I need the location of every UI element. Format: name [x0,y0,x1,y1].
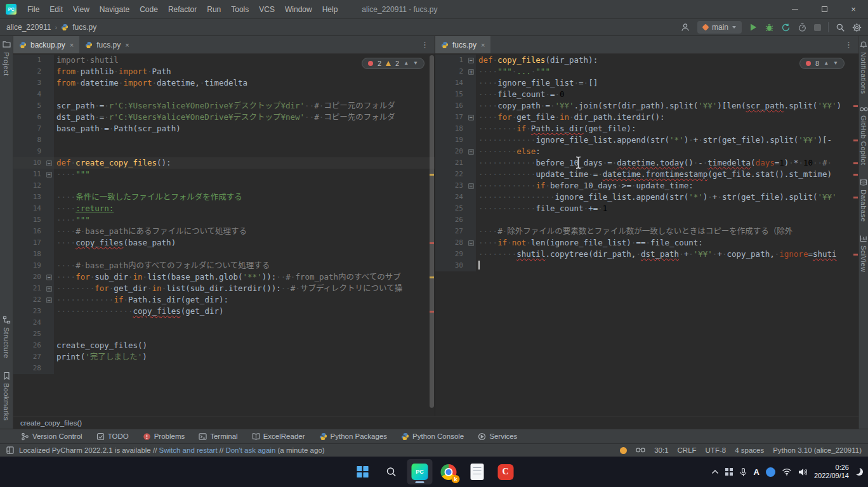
code-line[interactable]: 1−def·copy_files(dir_path): [435,55,858,66]
tool-window-terminal[interactable]: Terminal [192,429,244,443]
code-line[interactable]: 2+····"""·...·""" [435,66,858,77]
gutter[interactable]: 22− [13,294,54,306]
gutter[interactable]: 30 [435,260,476,271]
fold-toggle[interactable]: − [46,160,52,166]
code-line[interactable]: 21············before_10_days·=·datetime.… [435,157,858,169]
settings-button[interactable] [852,23,862,32]
code-line[interactable]: 21−········for·get_dir·in·list(sub_dir.i… [13,283,435,294]
indent-widget[interactable]: 4 spaces [735,446,764,454]
error-stripe-mark[interactable] [853,254,858,256]
update-notification-icon[interactable] [620,447,627,454]
close-button[interactable]: × [839,0,868,18]
menu-code[interactable]: Code [135,0,163,18]
error-stripe-mark[interactable] [853,174,858,176]
code-line[interactable]: 10−def·create_copy_files(): [13,157,435,169]
menu-file[interactable]: File [22,0,44,18]
error-stripe-mark[interactable] [430,311,434,313]
tool-window-python-packages[interactable]: Python Packages [312,429,395,443]
code-line[interactable]: 17····copy_files(base_path) [13,237,435,249]
tray-mic-icon[interactable] [739,467,747,477]
tool-button-database[interactable]: Database [860,190,867,222]
coverage-button[interactable] [781,23,791,32]
gutter[interactable]: 4 [13,89,54,100]
gutter[interactable]: 17 [13,237,54,249]
minimize-button[interactable] [780,0,810,18]
tool-window-switcher-icon[interactable] [6,446,14,454]
error-stripe-mark[interactable] [853,105,858,107]
tool-button-notifications[interactable]: Notifications [860,52,867,94]
volume-icon[interactable] [798,468,808,476]
tab-backup-py[interactable]: backup.py × [13,36,79,53]
code-line[interactable]: 14····:return: [13,203,435,214]
code-line[interactable]: 20−········else: [435,146,858,157]
structure-icon[interactable] [3,316,11,324]
code-line[interactable]: 22−············if·Path.is_dir(get_dir): [13,294,435,306]
tool-window-services[interactable]: Services [471,429,524,443]
debug-button[interactable] [765,23,774,32]
gutter[interactable]: 8 [13,134,54,146]
error-stripe-mark[interactable] [430,242,434,244]
gutter[interactable]: 23 [13,306,54,317]
gutter[interactable]: 18 [13,249,54,260]
fold-toggle[interactable]: + [468,69,474,75]
code-line[interactable]: 3from·datetime·import·datetime,·timedelt… [13,77,435,89]
user-button[interactable] [680,22,690,32]
tray-grid-icon[interactable] [725,468,728,471]
breadcrumb-function[interactable]: create_copy_files() [20,419,82,427]
gutter[interactable]: 15 [13,214,54,226]
code-line[interactable]: 22············update_time·=·datetime.fro… [435,169,858,180]
taskbar-app-c-button[interactable]: C [493,459,518,484]
start-button[interactable] [350,459,376,484]
code-line[interactable]: 15····""" [13,214,435,226]
menu-edit[interactable]: Edit [44,0,68,18]
code-line[interactable]: 29········shutil.copytree(dir_path,·dst_… [435,249,858,260]
code-line[interactable]: 19····#·base_path内のすべてのフォルダについて処理する [13,260,435,271]
code-line[interactable]: 6dst_path·=·r'C:¥Users¥alice¥OneDrive¥デス… [13,112,435,123]
tool-window-todo[interactable]: TODO [89,429,136,443]
copilot-status-icon[interactable] [636,447,645,453]
tab-options-icon[interactable]: ⋮ [839,36,858,53]
fold-toggle[interactable]: − [46,297,52,303]
gutter[interactable]: 19 [13,260,54,271]
gutter[interactable]: 5 [13,100,54,112]
caret-position-widget[interactable]: 30:1 [654,446,668,454]
code-line[interactable]: 26 [435,214,858,226]
menu-run[interactable]: Run [202,0,226,18]
switch-and-restart-link[interactable]: Switch and restart [159,446,218,454]
sciview-icon[interactable] [860,235,867,242]
fold-toggle[interactable]: − [46,286,52,292]
menu-window[interactable]: Window [280,0,317,18]
gutter[interactable]: 25 [435,203,476,214]
gutter[interactable]: 22 [435,169,476,180]
menu-vcs[interactable]: VCS [254,0,280,18]
tool-button-project[interactable]: Project [3,52,10,76]
editor-left[interactable]: 1import·shutil2from·pathlib·import·Path3… [13,54,435,416]
taskbar-chrome-button[interactable]: k [436,459,461,484]
gutter[interactable]: 24 [13,317,54,328]
tab-close-icon[interactable]: × [70,41,74,49]
tray-app-icon[interactable] [766,467,775,477]
code-line[interactable]: 23················copy_files(get_dir) [13,306,435,317]
stop-button[interactable] [814,24,821,31]
taskbar-pycharm-button[interactable]: PC [407,459,433,484]
gutter[interactable]: 1 [13,55,54,66]
gutter[interactable]: 19 [435,134,476,146]
taskbar-search-button[interactable] [379,459,404,484]
code-line[interactable]: 7base_path·=·Path(scr_path) [13,123,435,134]
gutter[interactable]: 23− [435,180,476,192]
tool-window-excelreader[interactable]: ExcelReader [245,429,312,443]
menu-help[interactable]: Help [317,0,343,18]
taskbar-clock[interactable]: 0:26 2022/09/14 [814,464,849,480]
wifi-icon[interactable] [782,468,792,476]
bookmarks-icon[interactable] [3,372,10,380]
error-stripe-mark[interactable] [853,162,858,164]
menu-navigate[interactable]: Navigate [95,0,135,18]
code-line[interactable]: 26create_copy_files() [13,340,435,351]
taskbar-notepad-button[interactable] [464,459,490,484]
search-everywhere-button[interactable] [836,23,845,32]
next-problem-button[interactable]: ▼ [413,61,418,66]
gutter[interactable]: 16 [435,100,476,112]
gutter[interactable]: 14 [13,203,54,214]
tab-fucs-py-left[interactable]: fucs.py × [79,36,135,53]
run-button[interactable] [749,23,758,32]
